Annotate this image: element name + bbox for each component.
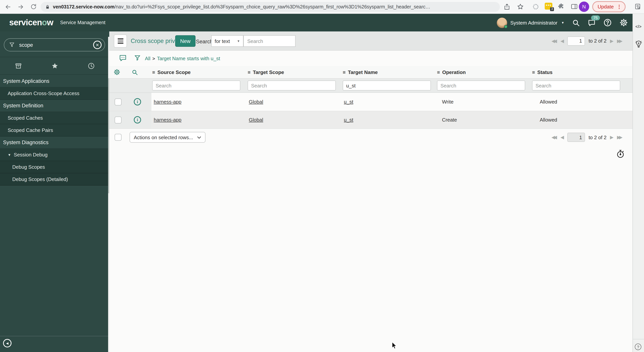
info-icon[interactable]: i <box>134 116 141 123</box>
source-scope-link[interactable]: harness-app <box>154 99 182 105</box>
filter-target-scope-input[interactable] <box>248 80 336 90</box>
breadcrumb-all-link[interactable]: All <box>145 56 150 61</box>
source-scope-link[interactable]: harness-app <box>154 117 182 123</box>
user-avatar <box>497 18 507 28</box>
breadcrumb-condition-link[interactable]: Target Name starts with u_st <box>157 56 220 61</box>
breadcrumb-filter-icon[interactable] <box>134 54 141 62</box>
help-icon[interactable] <box>603 18 612 27</box>
navigator-menu: System Applications Application Cross-Sc… <box>0 75 109 186</box>
page-input[interactable] <box>568 133 585 142</box>
collapse-sidebar-button[interactable]: ◀ <box>3 339 12 348</box>
first-page-button[interactable]: ◀◀ <box>552 38 557 43</box>
sidebar-section-system-applications[interactable]: System Applications <box>0 75 109 88</box>
target-scope-link[interactable]: Global <box>249 99 263 105</box>
next-page-button[interactable]: ▶ <box>610 38 614 43</box>
sidebar-section-system-definition[interactable]: System Definition <box>0 100 109 112</box>
navigator-filter[interactable]: × <box>4 38 105 52</box>
filter-source-scope-input[interactable] <box>152 80 240 90</box>
address-bar[interactable]: ven03172.service-now.com/nav_to.do?uri=%… <box>41 2 500 12</box>
new-button[interactable]: New <box>175 35 196 47</box>
actions-select[interactable]: Actions on selected rows... <box>130 132 206 143</box>
list-menu-button[interactable] <box>114 34 127 48</box>
column-menu-icon[interactable]: ≡ <box>532 70 535 75</box>
side-panel-icon[interactable] <box>571 4 578 10</box>
extension-spinner-icon[interactable] <box>532 3 539 10</box>
insights-bulb-icon[interactable] <box>634 40 643 49</box>
sidebar-item-session-debug[interactable]: ▼Session Debug <box>0 149 109 161</box>
user-status-dot <box>504 25 508 28</box>
row-checkbox[interactable] <box>114 116 122 123</box>
url-domain: ven03172.service-now.com <box>53 4 114 10</box>
sidebar-footer-divider <box>0 336 109 336</box>
prev-page-button[interactable]: ◀ <box>560 135 564 140</box>
select-all-checkbox[interactable] <box>114 134 122 141</box>
extension-puzzle-icon[interactable] <box>558 3 565 10</box>
last-page-button[interactable]: ▶▶ <box>617 135 622 140</box>
last-page-button[interactable]: ▶▶ <box>617 38 622 43</box>
first-page-button[interactable]: ◀◀ <box>552 135 557 140</box>
column-menu-icon[interactable]: ≡ <box>248 70 250 75</box>
application-navigator: × System Applications Application Cross-… <box>0 32 109 352</box>
browser-profile-avatar[interactable]: N <box>579 2 589 12</box>
browser-menu-icon[interactable]: ⋮ <box>617 4 622 10</box>
rail-divider <box>633 339 644 339</box>
list-search-input[interactable] <box>244 35 296 47</box>
reading-list-icon[interactable] <box>634 3 641 10</box>
global-search-icon[interactable] <box>572 18 580 27</box>
extension-badge: 3 <box>550 7 554 11</box>
prev-page-button[interactable]: ◀ <box>560 38 564 43</box>
col-header-source-scope[interactable]: ≡Source Scope <box>152 66 191 78</box>
settings-gear-icon[interactable] <box>620 18 628 27</box>
servicenow-logo[interactable]: servicenow <box>9 18 53 28</box>
row-checkbox[interactable] <box>114 98 122 105</box>
sidebar-item-scoped-cache-pairs[interactable]: Scoped Cache Pairs <box>0 124 109 136</box>
target-name-link[interactable]: u_st <box>344 117 353 123</box>
response-time-icon[interactable] <box>616 150 625 158</box>
target-name-link[interactable]: u_st <box>344 99 353 105</box>
sidebar-section-system-diagnostics[interactable]: System Diagnostics <box>0 136 109 149</box>
sidebar-item-application-cross-scope-access[interactable]: Application Cross-Scope Access <box>0 88 109 100</box>
col-header-target-scope[interactable]: ≡Target Scope <box>248 66 284 78</box>
all-applications-tab[interactable] <box>0 62 36 70</box>
navigator-filter-input[interactable] <box>18 42 93 48</box>
column-menu-icon[interactable]: ≡ <box>343 70 346 75</box>
list-chat-icon[interactable] <box>119 54 127 62</box>
update-button[interactable]: Update ⋮ <box>592 1 626 12</box>
page-help-icon[interactable]: ? <box>635 344 641 350</box>
user-menu[interactable]: System Administrator ▼ <box>497 18 564 28</box>
info-icon[interactable]: i <box>134 98 141 105</box>
col-header-operation[interactable]: ≡Operation <box>437 66 466 78</box>
notifications-icon[interactable]: 75 <box>588 18 596 27</box>
next-page-button[interactable]: ▶ <box>610 135 614 140</box>
forward-icon[interactable] <box>17 4 24 10</box>
column-search-icon[interactable] <box>132 69 138 76</box>
search-mode-select[interactable]: for text ▼ <box>211 35 244 47</box>
personalize-list-gear-icon[interactable] <box>114 69 120 76</box>
sidebar-item-debug-scopes-detailed[interactable]: Debug Scopes (Detailed) <box>0 173 109 186</box>
expand-triangle-icon[interactable]: ▼ <box>8 153 11 157</box>
col-header-target-name[interactable]: ≡Target Name <box>343 66 378 78</box>
col-header-status[interactable]: ≡Status <box>532 66 552 78</box>
history-tab[interactable] <box>73 62 109 70</box>
sidebar-item-scoped-caches[interactable]: Scoped Caches <box>0 112 109 124</box>
column-menu-icon[interactable]: ≡ <box>152 70 155 75</box>
page-input[interactable] <box>568 36 585 46</box>
share-icon[interactable] <box>503 3 510 10</box>
product-label: Service Management <box>60 20 106 25</box>
breadcrumb-separator: > <box>150 56 157 61</box>
extension-yellow-icon[interactable]: 3 <box>545 3 552 10</box>
sidebar-item-debug-scopes[interactable]: Debug Scopes <box>0 161 109 173</box>
column-menu-icon[interactable]: ≡ <box>437 70 440 75</box>
bookmark-star-icon[interactable] <box>517 3 524 10</box>
cell-target-name: u_st <box>342 117 436 123</box>
target-scope-link[interactable]: Global <box>249 117 263 123</box>
favorites-tab[interactable] <box>36 62 73 70</box>
filter-operation-input[interactable] <box>437 80 525 90</box>
clear-filter-icon[interactable]: × <box>93 41 102 49</box>
filter-status-input[interactable] <box>532 80 620 90</box>
filter-target-name-input[interactable] <box>343 80 431 90</box>
reload-icon[interactable] <box>30 4 37 10</box>
code-icon[interactable]: </> <box>633 24 644 29</box>
breadcrumb-row: All>Target Name starts with u_st <box>109 50 632 66</box>
back-icon[interactable] <box>4 4 12 10</box>
